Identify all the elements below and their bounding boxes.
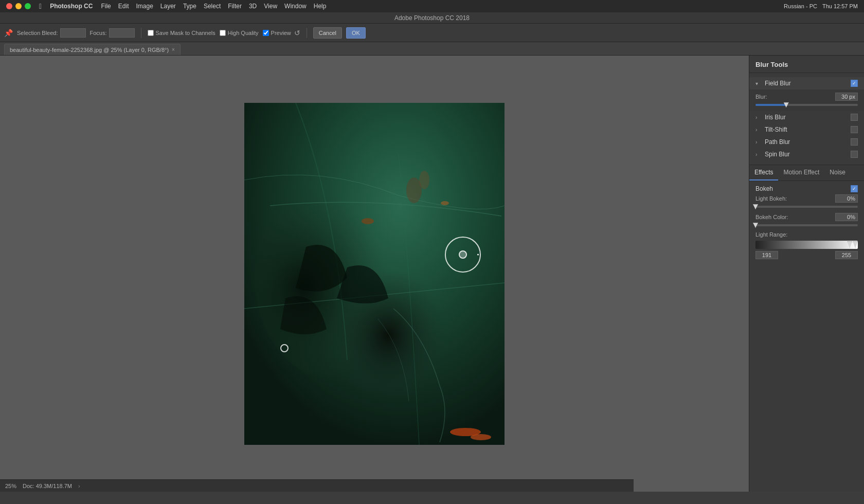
menu-bar[interactable]: File Edit Image Layer Type Select Filter… [101,3,326,10]
light-bokeh-value[interactable] [835,194,858,203]
minimize-button[interactable] [15,3,22,9]
focus-input[interactable] [109,28,135,38]
close-button[interactable] [6,3,12,9]
save-mask-item[interactable]: Save Mask to Channels [148,30,215,36]
light-bokeh-thumb[interactable] [753,204,758,209]
separator-2 [307,28,307,38]
canvas-area[interactable]: 25% Doc: 49.3M/118.7M › [0,56,749,492]
spin-blur-checkbox[interactable] [851,151,858,158]
menu-help[interactable]: Help [314,3,327,10]
reset-icon[interactable]: ↺ [294,29,300,37]
tilt-shift-option[interactable]: › Tilt-Shift [749,123,864,136]
status-arrow-icon[interactable]: › [78,483,80,489]
light-range-right-value[interactable] [835,251,858,259]
selection-bleed-item: Selection Bleed: [17,28,86,38]
high-quality-label: High Quality [228,30,259,36]
menu-image[interactable]: Image [136,3,153,10]
light-range-section: Light Range: [755,231,858,259]
bokeh-label: Bokeh [755,185,773,192]
traffic-lights[interactable] [6,3,31,9]
menu-edit[interactable]: Edit [118,3,129,10]
menu-window[interactable]: Window [284,3,307,10]
tab-motion-effect[interactable]: Motion Effect [778,165,824,181]
light-bokeh-row: Light Bokeh: [755,194,858,203]
effects-section: Effects Motion Effect Noise Bokeh Light … [749,165,864,263]
iris-blur-chevron-icon: › [755,115,762,120]
system-right: Russian - PC Thu 12:57 PM [784,3,858,9]
save-mask-label: Save Mask to Channels [156,30,215,36]
tab-effects[interactable]: Effects [749,165,778,181]
selection-bleed-input[interactable] [60,28,86,38]
main-area: 25% Doc: 49.3M/118.7M › Blur Tools ▾ Fie… [0,56,864,492]
doc-size: Doc: 49.3M/118.7M [23,483,72,489]
light-range-thumb-right[interactable] [853,241,858,248]
system-bar:  Photoshop CC File Edit Image Layer Typ… [0,0,864,12]
blur-control-circle-small[interactable] [280,344,289,352]
high-quality-item[interactable]: High Quality [220,30,259,36]
spin-blur-option[interactable]: › Spin Blur [749,148,864,160]
title-bar: Adobe Photoshop CC 2018 [0,12,864,24]
toolbar: 📌 Selection Bleed: Focus: Save Mask to C… [0,24,864,42]
light-range-left-value[interactable] [755,251,778,259]
bokeh-row: Bokeh [755,185,858,192]
field-blur-expanded: Blur: [749,89,864,111]
menu-filter[interactable]: Filter [228,3,242,10]
path-blur-option[interactable]: › Path Blur [749,136,864,148]
cancel-button[interactable]: Cancel [313,27,342,39]
svg-point-8 [419,171,429,189]
light-range-slider[interactable] [755,241,858,249]
path-blur-checkbox[interactable] [851,138,858,146]
tilt-shift-label: Tilt-Shift [765,126,848,133]
maximize-button[interactable] [25,3,31,9]
bokeh-color-slider[interactable] [755,224,858,226]
save-mask-checkbox[interactable] [148,30,154,36]
zoom-level: 25% [5,483,16,489]
high-quality-checkbox[interactable] [220,30,226,36]
range-values [755,251,858,259]
canvas-svg [244,103,505,445]
field-blur-option[interactable]: ▾ Field Blur [749,77,864,89]
field-blur-checkbox[interactable] [851,80,858,87]
spin-blur-chevron-icon: › [755,152,762,157]
field-blur-chevron-icon: ▾ [755,81,762,86]
bokeh-color-thumb[interactable] [753,223,758,228]
path-blur-label: Path Blur [765,138,848,146]
preview-label: Preview [271,30,291,36]
svg-point-6 [471,434,491,440]
light-bokeh-slider[interactable] [755,206,858,208]
tilt-shift-checkbox[interactable] [851,126,858,133]
selection-bleed-label: Selection Bleed: [17,30,58,36]
focus-label: Focus: [90,30,107,36]
preview-checkbox[interactable] [263,30,269,36]
blur-control-circle-large[interactable] [445,237,481,273]
preview-item[interactable]: Preview ↺ [263,29,300,37]
menu-3d[interactable]: 3D [249,3,257,10]
menu-layer[interactable]: Layer [160,3,176,10]
blur-slider-track[interactable] [755,104,858,106]
document-tab[interactable]: beautiful-beauty-female-2252368.jpg @ 25… [4,44,181,55]
menu-select[interactable]: Select [204,3,221,10]
separator-1 [141,28,141,38]
svg-point-3 [362,218,374,224]
blur-tools-list: ▾ Field Blur Blur: › Iris Blur [749,73,864,165]
blur-value-input[interactable] [835,93,858,101]
menu-type[interactable]: Type [183,3,196,10]
tab-close-button[interactable]: × [172,47,175,52]
ok-button[interactable]: OK [346,27,366,39]
field-blur-label: Field Blur [765,80,848,87]
menu-view[interactable]: View [264,3,277,10]
iris-blur-option[interactable]: › Iris Blur [749,111,864,123]
bokeh-checkbox[interactable] [851,185,858,192]
effects-tabs: Effects Motion Effect Noise [749,165,864,181]
right-panel: Blur Tools ▾ Field Blur Blur: [749,56,864,492]
tab-noise[interactable]: Noise [824,165,851,181]
menu-file[interactable]: File [101,3,111,10]
effects-content: Bokeh Light Bokeh: Bokeh Color: [749,181,864,263]
bokeh-color-value[interactable] [835,213,858,221]
iris-blur-checkbox[interactable] [851,114,858,121]
light-range-thumb-left[interactable] [847,241,852,248]
panel-title: Blur Tools [749,56,864,73]
canvas-image [244,103,505,445]
light-range-label: Light Range: [755,231,858,238]
bokeh-color-label: Bokeh Color: [755,214,788,220]
